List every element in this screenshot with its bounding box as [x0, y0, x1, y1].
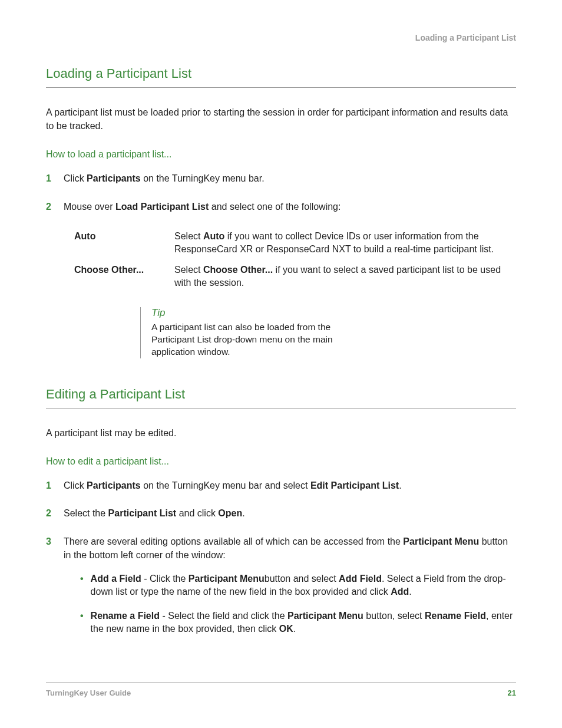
- options-table: Auto Select Auto if you want to collect …: [74, 230, 516, 290]
- section-heading-loading: Loading a Participant List: [46, 66, 516, 88]
- tip-text: A participant list can also be loaded fr…: [151, 321, 376, 358]
- tip-title: Tip: [151, 307, 376, 319]
- step-text: Click Participants on the TurningKey men…: [64, 479, 516, 492]
- step-text: There are several editing options availa…: [64, 535, 516, 647]
- step-item: 1 Click Participants on the TurningKey m…: [46, 172, 516, 185]
- step-item: 3 There are several editing options avai…: [46, 535, 516, 647]
- option-label: Auto: [74, 230, 163, 256]
- option-row: Auto Select Auto if you want to collect …: [74, 230, 516, 256]
- page-footer: TurningKey User Guide 21: [46, 682, 516, 697]
- bullet-text: Add a Field - Click the Participant Menu…: [91, 572, 516, 599]
- section-heading-editing: Editing a Participant List: [46, 387, 516, 409]
- section-editing: Editing a Participant List A participant…: [46, 387, 516, 647]
- running-header: Loading a Participant List: [46, 33, 516, 42]
- bullet-item: • Rename a Field - Select the field and …: [80, 610, 516, 636]
- bullet-icon: •: [80, 572, 84, 599]
- step-number: 2: [46, 200, 54, 213]
- step-item: 2 Select the Participant List and click …: [46, 506, 516, 520]
- bullet-text: Rename a Field - Select the field and cl…: [91, 610, 516, 636]
- option-label: Choose Other...: [74, 263, 163, 290]
- step-item: 2 Mouse over Load Participant List and s…: [46, 200, 516, 213]
- bullet-list: • Add a Field - Click the Participant Me…: [80, 572, 516, 636]
- footer-title: TurningKey User Guide: [46, 689, 131, 697]
- section-loading: Loading a Participant List A participant…: [46, 66, 516, 358]
- step-list: 1 Click Participants on the TurningKey m…: [46, 479, 516, 646]
- bullet-icon: •: [80, 610, 84, 636]
- step-number: 1: [46, 172, 54, 185]
- step-item: 1 Click Participants on the TurningKey m…: [46, 479, 516, 492]
- howto-heading: How to edit a participant list...: [46, 456, 516, 467]
- step-number: 3: [46, 535, 54, 647]
- step-text: Click Participants on the TurningKey men…: [64, 172, 516, 185]
- intro-text: A participant list may be edited.: [46, 426, 516, 440]
- option-row: Choose Other... Select Choose Other... i…: [74, 263, 516, 290]
- bullet-item: • Add a Field - Click the Participant Me…: [80, 572, 516, 599]
- howto-heading: How to load a participant list...: [46, 149, 516, 160]
- step-text: Select the Participant List and click Op…: [64, 506, 516, 520]
- option-desc: Select Choose Other... if you want to se…: [174, 263, 516, 290]
- step-number: 1: [46, 479, 54, 492]
- page-number: 21: [508, 689, 516, 697]
- tip-block: Tip A participant list can also be loade…: [140, 307, 376, 358]
- step-text: Mouse over Load Participant List and sel…: [64, 200, 516, 213]
- option-desc: Select Auto if you want to collect Devic…: [174, 230, 516, 256]
- page-content: Loading a Participant List Loading a Par…: [0, 0, 562, 647]
- intro-text: A participant list must be loaded prior …: [46, 106, 516, 133]
- step-number: 2: [46, 506, 54, 520]
- step-list: 1 Click Participants on the TurningKey m…: [46, 172, 516, 213]
